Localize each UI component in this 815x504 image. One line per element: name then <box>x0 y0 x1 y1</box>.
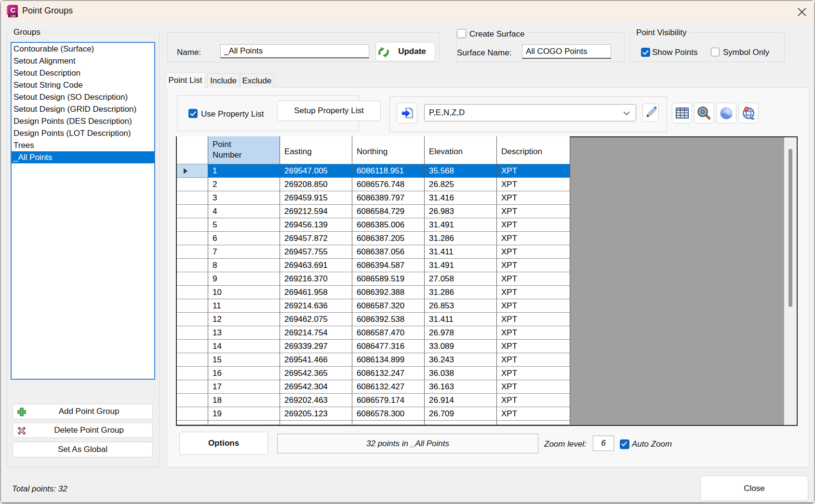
svg-text:C3D: C3D <box>10 14 15 17</box>
svg-text:C: C <box>11 6 16 14</box>
